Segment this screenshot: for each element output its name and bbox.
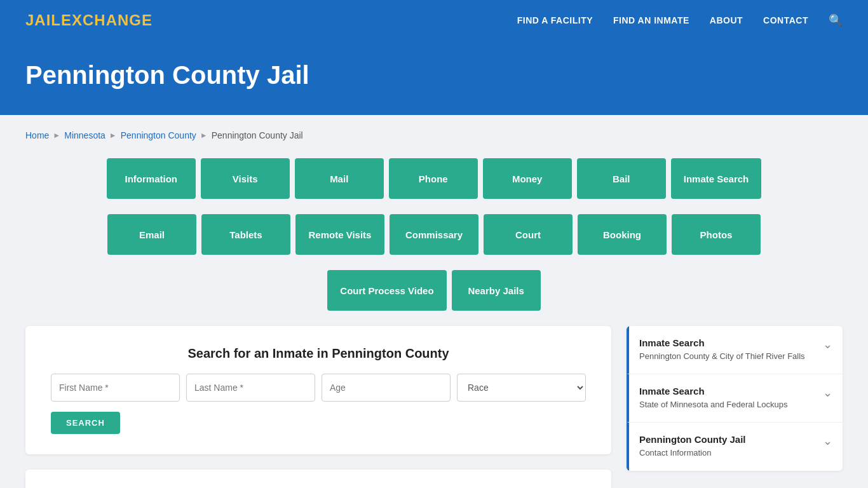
btn-email[interactable]: Email	[107, 214, 196, 255]
site-logo[interactable]: JAILEXCHANGE	[25, 11, 153, 29]
breadcrumb-minnesota[interactable]: Minnesota	[64, 130, 105, 140]
navbar: JAILEXCHANGE FIND A FACILITY FIND AN INM…	[0, 0, 868, 41]
search-fields: Race White Black Hispanic Asian Other	[51, 374, 586, 402]
btn-bail[interactable]: Bail	[577, 158, 666, 199]
logo-jail: JAIL	[25, 11, 61, 29]
search-icon[interactable]: 🔍	[829, 13, 843, 27]
inmate-search-box: Search for an Inmate in Pennington Count…	[25, 326, 611, 454]
sidebar-item-contact[interactable]: Pennington County Jail Contact Informati…	[627, 423, 843, 470]
btn-phone[interactable]: Phone	[389, 158, 478, 199]
sidebar-item-pennington-title: Inmate Search	[639, 337, 805, 348]
breadcrumb-sep-3: ►	[200, 131, 208, 140]
btn-money[interactable]: Money	[483, 158, 572, 199]
button-grid-row3: Court Process Video Nearby Jails	[25, 270, 843, 311]
breadcrumb-home[interactable]: Home	[25, 130, 49, 140]
chevron-down-icon-1: ⌄	[823, 337, 832, 351]
sidebar-item-pennington-subtitle: Pennington County & City of Thief River …	[639, 351, 805, 362]
sidebar-item-pennington-search[interactable]: Inmate Search Pennington County & City o…	[627, 326, 843, 374]
btn-booking[interactable]: Booking	[578, 214, 667, 255]
btn-visits[interactable]: Visits	[201, 158, 290, 199]
btn-mail[interactable]: Mail	[295, 158, 384, 199]
left-panel: Search for an Inmate in Pennington Count…	[25, 326, 611, 488]
chevron-down-icon-3: ⌄	[823, 434, 832, 448]
info-section: Pennington County Jail Information	[25, 470, 611, 488]
logo-exchange: EXCHANGE	[61, 11, 153, 29]
sidebar-item-contact-title: Pennington County Jail	[639, 434, 746, 445]
breadcrumb-sep-1: ►	[53, 131, 60, 140]
first-name-input[interactable]	[51, 374, 180, 402]
nav-contact[interactable]: CONTACT	[763, 15, 808, 25]
chevron-down-icon-2: ⌄	[823, 386, 832, 400]
btn-commissary[interactable]: Commissary	[390, 214, 478, 255]
page-title: Pennington County Jail	[25, 61, 843, 90]
two-col-layout: Search for an Inmate in Pennington Count…	[25, 326, 843, 488]
nav-about[interactable]: ABOUT	[710, 15, 743, 25]
btn-information[interactable]: Information	[107, 158, 196, 199]
search-title: Search for an Inmate in Pennington Count…	[51, 346, 586, 361]
btn-court-process-video[interactable]: Court Process Video	[327, 270, 446, 311]
breadcrumb-sep-2: ►	[109, 131, 117, 140]
nav-find-facility[interactable]: FIND A FACILITY	[517, 15, 593, 25]
sidebar-item-mn-title: Inmate Search	[639, 386, 787, 396]
button-grid-row2: Email Tablets Remote Visits Commissary C…	[25, 214, 843, 255]
btn-photos[interactable]: Photos	[672, 214, 761, 255]
race-select[interactable]: Race White Black Hispanic Asian Other	[457, 374, 586, 402]
main-content: Home ► Minnesota ► Pennington County ► P…	[0, 115, 868, 488]
btn-remote-visits[interactable]: Remote Visits	[295, 214, 384, 255]
sidebar-item-mn-subtitle: State of Minnesota and Federal Lockups	[639, 399, 787, 410]
breadcrumb-current: Pennington County Jail	[212, 130, 303, 140]
sidebar-card: Inmate Search Pennington County & City o…	[627, 326, 843, 471]
age-input[interactable]	[322, 374, 451, 402]
btn-tablets[interactable]: Tablets	[201, 214, 290, 255]
sidebar-item-contact-subtitle: Contact Information	[639, 447, 746, 459]
nav-links: FIND A FACILITY FIND AN INMATE ABOUT CON…	[517, 13, 843, 27]
btn-court[interactable]: Court	[484, 214, 573, 255]
nav-find-inmate[interactable]: FIND AN INMATE	[613, 15, 689, 25]
search-button[interactable]: SEARCH	[51, 412, 120, 434]
btn-nearby-jails[interactable]: Nearby Jails	[452, 270, 541, 311]
last-name-input[interactable]	[186, 374, 315, 402]
breadcrumb: Home ► Minnesota ► Pennington County ► P…	[25, 130, 843, 140]
btn-inmate-search[interactable]: Inmate Search	[671, 158, 762, 199]
hero-section: Pennington County Jail	[0, 41, 868, 115]
right-panel: Inmate Search Pennington County & City o…	[627, 326, 843, 471]
breadcrumb-pennington-county[interactable]: Pennington County	[121, 130, 196, 140]
button-grid-row1: Information Visits Mail Phone Money Bail…	[25, 158, 843, 199]
sidebar-item-mn-search[interactable]: Inmate Search State of Minnesota and Fed…	[627, 374, 843, 423]
